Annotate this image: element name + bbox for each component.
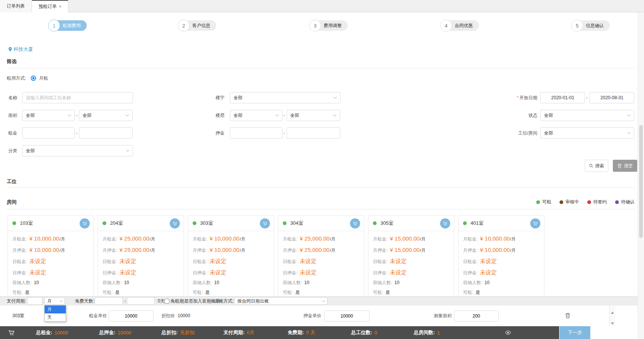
rentable-row: 可租:是 <box>463 289 540 296</box>
capacity-row: 容纳人数:10 <box>373 280 449 286</box>
measured-area-input[interactable] <box>454 310 499 322</box>
step-2-customer-info[interactable]: 2 客户信息 <box>178 20 216 31</box>
day-rent-row: 日租金:未设定 <box>12 258 89 265</box>
dropdown-option-month[interactable]: 月 <box>45 306 66 313</box>
free-days-to-input[interactable] <box>127 297 155 305</box>
step-label: 客户信息 <box>192 23 210 29</box>
capacity-row: 容纳人数:10 <box>103 280 179 286</box>
step-4-contract-discount[interactable]: 4 合同优惠 <box>440 20 479 31</box>
deposit-unit-price-label: 押金单价 <box>303 306 321 326</box>
deposit-from-input[interactable] <box>230 127 282 139</box>
open-date-end-input[interactable] <box>590 92 634 103</box>
chevron-down-icon <box>627 114 631 117</box>
day-deposit-row: 日押金:未设定 <box>193 269 269 276</box>
pay-cycle-unit-select[interactable]: 月 <box>44 297 65 305</box>
next-step-button[interactable]: 下一步 <box>560 326 590 339</box>
measured-area-label: 测量面积 <box>434 306 452 326</box>
month-deposit-row: 月押金:¥ 15,000.00/月 <box>373 247 449 254</box>
add-to-cart-button[interactable] <box>440 218 450 229</box>
remove-room-button[interactable] <box>565 313 571 319</box>
scroll-up-icon[interactable] <box>611 312 614 314</box>
rentable-row: 可租:是 <box>12 289 89 296</box>
step-number: 4 <box>440 20 452 32</box>
status-select[interactable]: 全部 <box>540 110 634 121</box>
clear-button[interactable]: 清空 <box>613 160 637 172</box>
total-rent: 总租金:10000 <box>36 326 68 339</box>
unit-room-select[interactable]: 全部 <box>540 127 634 139</box>
rent-from-input[interactable] <box>22 127 75 139</box>
divider <box>7 68 635 68</box>
rent-to-input[interactable] <box>79 127 133 139</box>
area-from-select[interactable]: 全部 <box>22 110 75 121</box>
range-separator: - <box>284 127 285 139</box>
tab-pre-rent-order[interactable]: 预租订单 × <box>32 0 68 12</box>
step-label: 租期费用 <box>63 23 81 29</box>
month-rent-row: 月租金:¥ 10,000.00/月 <box>193 235 269 242</box>
purple-dot-icon <box>615 200 619 204</box>
rent-mode-label: 租用方式: <box>7 73 29 84</box>
status-dot-available <box>193 221 196 225</box>
add-to-cart-button[interactable] <box>530 218 540 229</box>
room-card-305: 305室 月租金:¥ 15,000.00/月 月押金:¥ 15,000.00/月… <box>368 215 454 296</box>
step-3-fee-adjust[interactable]: 3 费用调整 <box>309 20 348 31</box>
filter-section-title: 筛选 <box>7 58 17 65</box>
room-card-103: 103室 月租金:¥ 10,000.00/月 月押金:¥ 10,000.00/月… <box>8 215 94 296</box>
building-location: 科技大厦 <box>8 46 33 53</box>
rent-unit-price-label: 租金单价 <box>89 306 107 326</box>
deposit-to-input[interactable] <box>287 127 340 139</box>
building-select[interactable]: 全部 <box>230 92 341 103</box>
room-card-204: 204室 月租金:¥ 25,000.00/月 月押金:¥ 25,000.00/月… <box>98 215 184 296</box>
green-dot-icon <box>536 200 540 204</box>
red-dot-icon <box>587 200 591 204</box>
monthly-rent-radio[interactable] <box>31 76 36 81</box>
room-list-scrollbar[interactable] <box>609 306 615 326</box>
add-to-cart-button[interactable] <box>350 218 360 229</box>
open-date-start-input[interactable] <box>540 92 585 103</box>
floor-from-select[interactable]: 全部 <box>230 110 282 121</box>
cart-icon <box>172 221 178 226</box>
day-deposit-row: 日押金:未设定 <box>103 269 179 276</box>
cart-icon <box>532 221 538 226</box>
free-days-from-input[interactable] <box>95 297 123 305</box>
floor-to-select[interactable]: 全部 <box>287 110 340 121</box>
step-1-rent-fee[interactable]: 1 租期费用 <box>48 20 87 31</box>
preview-eye-icon[interactable] <box>505 330 511 337</box>
pre-rent-order-page: 订单列表 预租订单 × 1 租期费用 2 客户信息 3 费用调整 4 合同优惠 … <box>0 0 644 339</box>
area-to-select[interactable]: 全部 <box>79 110 133 121</box>
add-to-cart-button[interactable] <box>80 218 90 229</box>
pay-cycle-summary: 支付周期:0月 <box>223 326 255 339</box>
add-to-cart-button[interactable] <box>260 218 270 229</box>
pay-cycle-input[interactable] <box>27 297 42 305</box>
page-scrollbar-thumb[interactable] <box>639 125 643 238</box>
scroll-down-icon[interactable] <box>611 322 614 325</box>
legend-to-sign: 待签约 <box>587 199 607 205</box>
tab-close-icon[interactable]: × <box>59 4 61 9</box>
add-to-cart-button[interactable] <box>170 218 180 229</box>
status-label: 状态 <box>511 110 537 121</box>
billing-method-select[interactable]: 按合同日期出账 <box>234 297 327 305</box>
floor-label: 楼层 <box>206 110 225 121</box>
rent-unit-price-input[interactable] <box>109 310 154 322</box>
summary-bar-background: 总租金:10000 总押金:10000 总折扣:无折扣 支付周期:0月 免费期:… <box>0 326 559 339</box>
capacity-row: 容纳人数:10 <box>193 280 269 286</box>
name-input[interactable] <box>22 92 133 103</box>
page-scrollbar[interactable] <box>638 12 644 339</box>
chevron-down-icon <box>125 114 129 117</box>
step-5-info-confirm[interactable]: 5 信息确认 <box>572 20 610 31</box>
rentable-row: 可租:是 <box>283 289 359 296</box>
free-period-checkbox[interactable] <box>164 299 169 304</box>
dropdown-option-day[interactable]: 天 <box>45 313 66 321</box>
card-header: 305室 <box>368 215 454 231</box>
day-rent-row: 日租金:未设定 <box>193 258 269 265</box>
search-icon <box>589 163 593 168</box>
step-label: 信息确认 <box>586 23 604 29</box>
step-number: 3 <box>309 20 321 32</box>
category-select[interactable]: 全部 <box>22 145 133 156</box>
card-header: 204室 <box>98 215 184 231</box>
legend-to-confirm: 待确认 <box>615 199 635 205</box>
brown-dot-icon <box>560 200 563 204</box>
search-button[interactable]: 搜索 <box>585 160 608 172</box>
deposit-unit-price-input[interactable] <box>324 310 370 322</box>
radio-dot <box>32 77 35 79</box>
tab-order-list[interactable]: 订单列表 <box>0 0 32 12</box>
